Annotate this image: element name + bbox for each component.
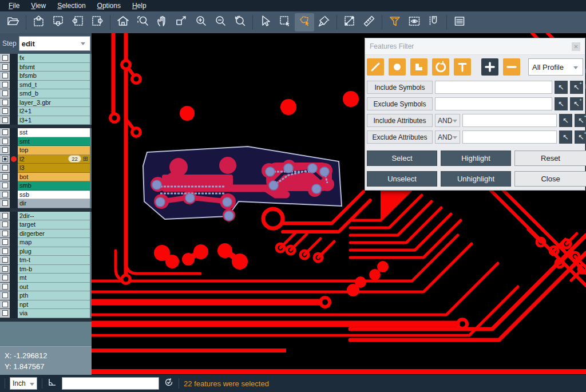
layer-name[interactable]: top: [18, 146, 90, 155]
layer-visibility-checkbox[interactable]: [2, 129, 8, 135]
highlight-button[interactable]: Highlight: [441, 151, 511, 166]
filter-plus-toggle[interactable]: [481, 58, 498, 76]
layer-visibility-checkbox[interactable]: [2, 73, 8, 78]
layer-visibility-checkbox[interactable]: [2, 266, 8, 272]
layer-visibility-checkbox[interactable]: [2, 292, 8, 298]
filter-pad-toggle[interactable]: [389, 58, 406, 76]
filter-text-toggle[interactable]: [454, 58, 471, 76]
panel-list-button[interactable]: [450, 13, 469, 31]
active-layer-indicator[interactable]: [10, 72, 18, 81]
layer-visibility-checkbox[interactable]: [2, 117, 8, 123]
layer-name[interactable]: mt: [18, 274, 90, 283]
layer-name[interactable]: pth: [18, 291, 90, 300]
layer-name[interactable]: out: [18, 283, 90, 292]
filter-minus-toggle[interactable]: [503, 58, 520, 76]
layer-name[interactable]: plug: [18, 247, 90, 256]
layer-visibility-checkbox[interactable]: [2, 221, 8, 227]
layer-name[interactable]: sst: [18, 128, 90, 137]
snap-button[interactable]: [424, 13, 444, 31]
pick-exclude-symbols-button[interactable]: ↖: [555, 97, 568, 110]
layer-visibility-checkbox[interactable]: [2, 138, 8, 144]
active-layer-indicator[interactable]: [10, 220, 18, 229]
include-attributes-button[interactable]: Include Attributes: [367, 114, 433, 127]
include-attributes-input[interactable]: [462, 114, 557, 127]
layer-name[interactable]: l222⊞: [18, 155, 90, 164]
pan-right-button[interactable]: [88, 13, 107, 31]
layer-visibility-checkbox[interactable]: [2, 90, 8, 96]
active-layer-indicator[interactable]: [10, 229, 18, 239]
active-layer-indicator[interactable]: [10, 283, 18, 292]
home-view-button[interactable]: [113, 13, 133, 31]
reset-button[interactable]: Reset: [514, 151, 586, 166]
layer-name[interactable]: via: [18, 309, 90, 318]
active-layer-indicator[interactable]: [10, 291, 18, 300]
layer-visibility-checkbox[interactable]: [2, 257, 8, 263]
zoom-in-button[interactable]: [191, 13, 211, 31]
rect-select-button[interactable]: [275, 13, 295, 31]
layer-visibility-checkbox[interactable]: [2, 165, 8, 171]
pointer-tool-button[interactable]: [256, 13, 275, 31]
active-layer-indicator[interactable]: [10, 191, 18, 200]
pick-include-symbols-button[interactable]: ↖: [555, 81, 568, 94]
brush-button[interactable]: [314, 13, 334, 31]
layer-name[interactable]: tm-t: [18, 256, 90, 265]
step-select[interactable]: edit: [19, 36, 90, 51]
menu-options[interactable]: Options: [92, 1, 126, 11]
layer-visibility-checkbox[interactable]: [2, 239, 8, 245]
active-layer-indicator[interactable]: [10, 155, 18, 164]
active-layer-indicator[interactable]: [10, 137, 18, 146]
layer-name[interactable]: bfsmt: [18, 63, 90, 72]
unselect-button[interactable]: Unselect: [367, 171, 437, 187]
view-options-button[interactable]: [405, 13, 424, 31]
pcb-canvas[interactable]: Features Filter ✕ All Profile: [92, 33, 586, 375]
select-button[interactable]: Select: [367, 151, 437, 166]
active-layer-indicator[interactable]: [10, 107, 18, 116]
active-layer-indicator[interactable]: [10, 54, 18, 63]
layer-name[interactable]: bfsmb: [18, 72, 90, 81]
active-layer-indicator[interactable]: [10, 164, 18, 173]
filter-surface-toggle[interactable]: [410, 58, 427, 76]
pan-left-button[interactable]: [68, 13, 88, 31]
polygon-select-button[interactable]: [295, 13, 314, 31]
command-input[interactable]: [62, 377, 159, 390]
active-layer-indicator[interactable]: [10, 173, 18, 182]
filter-arc-toggle[interactable]: [432, 58, 449, 76]
close-button[interactable]: Close: [514, 171, 586, 187]
layer-visibility-checkbox[interactable]: [2, 192, 8, 197]
active-layer-indicator[interactable]: [10, 81, 18, 90]
layer-name[interactable]: smb: [18, 181, 90, 191]
active-layer-indicator[interactable]: [10, 274, 18, 283]
layer-name[interactable]: smd_b: [18, 89, 90, 98]
active-layer-indicator[interactable]: [10, 128, 18, 137]
layer-name[interactable]: layer_3.gbr: [18, 98, 90, 108]
layer-visibility-checkbox[interactable]: [2, 302, 8, 307]
menu-selection[interactable]: Selection: [52, 1, 90, 11]
active-layer-indicator[interactable]: [10, 116, 18, 125]
pick-add-exclude-symbols-button[interactable]: ↖+: [570, 97, 583, 110]
grid-icon[interactable]: ⊞: [83, 156, 88, 162]
layer-name[interactable]: map: [18, 238, 90, 247]
exclude-symbols-input[interactable]: [435, 97, 552, 110]
exclude-attributes-button[interactable]: Exclude Attributes: [367, 130, 433, 144]
zoom-previous-button[interactable]: [230, 13, 250, 31]
layer-name[interactable]: 2dir--: [18, 212, 90, 221]
layer-name[interactable]: dir: [18, 199, 90, 208]
layer-visibility-checkbox[interactable]: [2, 231, 8, 236]
layer-visibility-checkbox[interactable]: [2, 200, 8, 206]
pick-add-include-symbols-button[interactable]: ↖+: [570, 81, 583, 94]
layer-name[interactable]: fx: [18, 54, 90, 63]
dialog-titlebar[interactable]: Features Filter ✕: [365, 38, 585, 55]
menu-help[interactable]: Help: [127, 1, 152, 11]
include-symbols-input[interactable]: [435, 81, 552, 94]
exclude-symbols-button[interactable]: Exclude Symbols: [367, 97, 433, 110]
layer-visibility-checkbox[interactable]: [2, 100, 8, 105]
active-layer-indicator[interactable]: [10, 265, 18, 274]
open-button[interactable]: [3, 13, 23, 31]
pick-include-attributes-button[interactable]: ↖: [559, 114, 572, 127]
layer-visibility-checkbox[interactable]: [2, 147, 8, 153]
pan-hand-button[interactable]: [152, 13, 172, 31]
active-layer-indicator[interactable]: [10, 300, 18, 310]
zoom-out-button[interactable]: [211, 13, 230, 31]
layer-visibility-checkbox[interactable]: [2, 284, 8, 290]
active-layer-indicator[interactable]: [10, 256, 18, 265]
